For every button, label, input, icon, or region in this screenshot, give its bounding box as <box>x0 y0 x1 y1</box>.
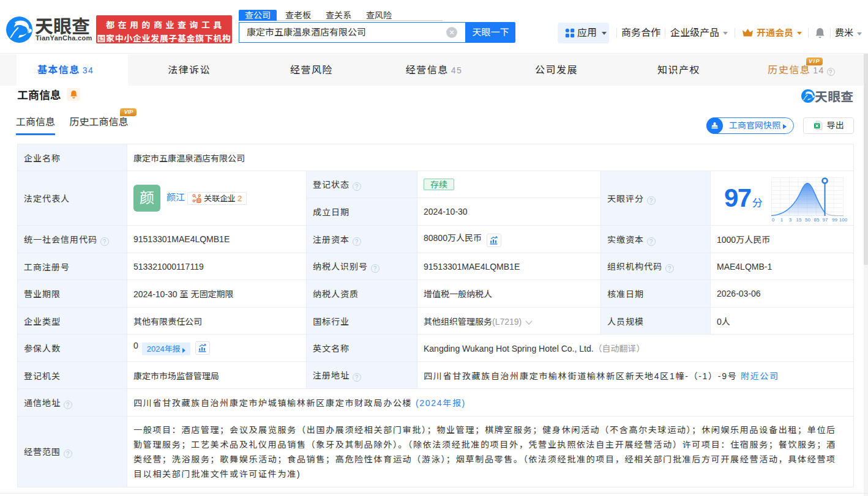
svg-text:企: 企 <box>197 198 201 203</box>
svg-text:0: 0 <box>772 217 775 223</box>
svg-text:50: 50 <box>805 217 810 223</box>
svg-text:99: 99 <box>832 217 837 223</box>
svg-text:1: 1 <box>780 217 784 223</box>
svg-text:15: 15 <box>796 217 802 223</box>
svg-text:85: 85 <box>814 217 820 223</box>
svg-text:97: 97 <box>823 217 828 223</box>
svg-text:100: 100 <box>839 217 848 223</box>
svg-text:3: 3 <box>789 217 792 223</box>
